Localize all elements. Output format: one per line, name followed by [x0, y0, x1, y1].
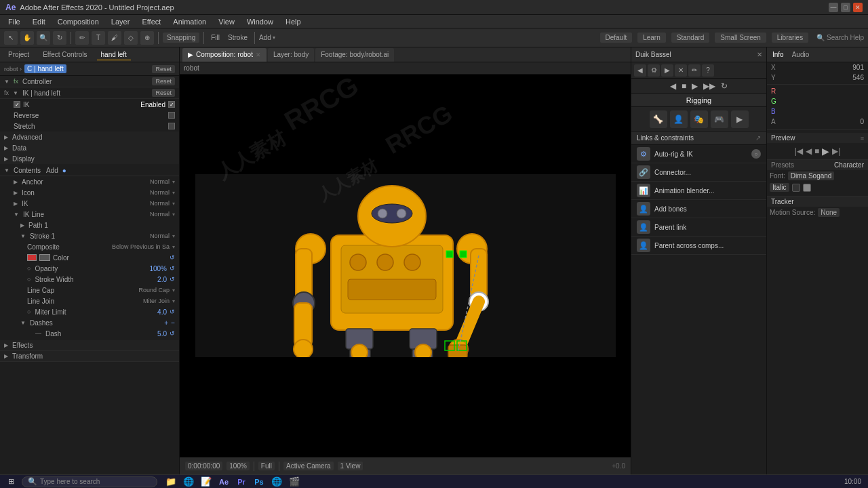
vp-zoom[interactable]: 100%: [226, 462, 250, 470]
composite-mode[interactable]: Below Previous in Sa: [112, 243, 170, 250]
preview-stop-btn[interactable]: ■: [814, 146, 819, 156]
tool-puppet[interactable]: ⊕: [140, 31, 154, 45]
comp-robot-close[interactable]: ✕: [256, 52, 261, 58]
preview-expand[interactable]: ≡: [861, 135, 864, 142]
start-button[interactable]: ⊞: [3, 476, 19, 488]
duik-loop-btn[interactable]: ↻: [721, 81, 728, 91]
duik-play-fwd-btn[interactable]: ▶: [692, 81, 698, 91]
tool-pen[interactable]: ✏: [75, 31, 89, 45]
preview-prev-btn[interactable]: ◀: [806, 146, 812, 156]
duik-animblender-row[interactable]: 📊 Animation blender...: [631, 182, 766, 200]
vp-camera[interactable]: Active Camera: [283, 462, 334, 470]
sw-refresh[interactable]: ↺: [170, 276, 175, 283]
duik-header-controls[interactable]: ✕: [757, 51, 762, 58]
dashes-row[interactable]: ▼ Dashes + −: [0, 317, 179, 328]
menu-composition[interactable]: Composition: [52, 16, 104, 27]
tool-zoom[interactable]: 🔍: [37, 31, 50, 45]
preset-small-screen[interactable]: Small Screen: [715, 33, 766, 43]
ik-checkbox[interactable]: ✓: [14, 101, 20, 108]
menu-help[interactable]: Help: [280, 16, 307, 27]
ik-section[interactable]: fx ▼ IK | hand left Reset: [0, 87, 179, 99]
tool-brush[interactable]: 🖌: [108, 31, 121, 45]
anchor-row[interactable]: ▶ Anchor Normal ▾: [0, 176, 179, 187]
style-value[interactable]: Italic: [770, 183, 789, 192]
duik-connector-row[interactable]: 🔗 Connector...: [631, 163, 766, 182]
duik-close-btn[interactable]: ✕: [675, 64, 687, 77]
duik-back-btn[interactable]: ◀: [634, 64, 646, 77]
color-refresh[interactable]: ↺: [170, 254, 175, 261]
taskbar-app-notepad[interactable]: 📝: [198, 476, 214, 488]
linejoin-value[interactable]: Miter Join: [143, 298, 170, 304]
search-help[interactable]: 🔍 Search Help: [816, 34, 864, 41]
preset-libraries[interactable]: Libraries: [772, 33, 808, 43]
tab-audio[interactable]: Audio: [789, 50, 812, 59]
color-swatch[interactable]: [27, 254, 37, 261]
minimize-button[interactable]: —: [829, 3, 838, 12]
preview-first-btn[interactable]: |◀: [795, 146, 803, 156]
motion-source-value[interactable]: None: [818, 208, 840, 217]
font-value[interactable]: Dima Sogand: [788, 171, 835, 180]
taskbar-app-edge[interactable]: 🌐: [180, 476, 197, 488]
preset-default[interactable]: Default: [600, 33, 633, 43]
vp-view[interactable]: Full: [258, 462, 275, 470]
color-swatch-1[interactable]: [792, 184, 800, 192]
duik-skip-btn[interactable]: ▶▶: [703, 81, 715, 91]
duik-close[interactable]: ✕: [757, 51, 762, 58]
duik-addbones-row[interactable]: 👤 Add bones: [631, 200, 766, 218]
menu-window[interactable]: Window: [241, 16, 279, 27]
preview-next-btn[interactable]: ▶|: [832, 146, 840, 156]
tool-select[interactable]: ↖: [4, 31, 18, 45]
linecap-row[interactable]: Line Cap Round Cap ▾: [0, 285, 179, 296]
preset-learn[interactable]: Learn: [637, 33, 666, 43]
controller-section[interactable]: ▼ fx Controller Reset: [0, 76, 179, 87]
opacity-refresh[interactable]: ↺: [170, 265, 175, 272]
tool-rotate[interactable]: ↻: [53, 31, 66, 45]
dash-refresh[interactable]: ↺: [170, 330, 175, 337]
path1-row[interactable]: ▶ Path 1: [0, 220, 179, 230]
advanced-row[interactable]: ▶ Advanced: [0, 131, 179, 142]
menu-layer[interactable]: Layer: [106, 16, 136, 27]
menu-effect[interactable]: Effect: [136, 16, 166, 27]
win-search-bar[interactable]: 🔍 Type here to search: [22, 476, 157, 487]
taskbar-app-explorer[interactable]: 📁: [163, 476, 179, 488]
taskbar-app-chrome[interactable]: 🌐: [269, 476, 285, 488]
menu-file[interactable]: File: [3, 16, 26, 27]
comp-tab-footage[interactable]: Footage: body/robot.ai: [315, 48, 394, 62]
tab-hand-left[interactable]: hand left: [97, 49, 131, 60]
linecap-value[interactable]: Round Cap: [138, 287, 170, 293]
transform-section[interactable]: ▶ Transform: [0, 351, 179, 362]
duik-video-btn[interactable]: ▶: [661, 64, 673, 77]
linejoin-row[interactable]: Line Join Miter Join ▾: [0, 296, 179, 306]
ml-refresh[interactable]: ↺: [170, 308, 175, 315]
opacity-row[interactable]: ○ Opacity 100% ↺: [0, 263, 179, 274]
taskbar-app-ps[interactable]: Ps: [251, 476, 267, 488]
duik-play-btn[interactable]: ■: [682, 81, 686, 91]
ikline-row[interactable]: ▼ IK Line Normal ▾: [0, 209, 179, 220]
taskbar-app-red[interactable]: 🎬: [286, 476, 302, 488]
data-row[interactable]: ▶ Data: [0, 142, 179, 153]
effects-section[interactable]: ▶ Effects: [0, 340, 179, 351]
ik-enabled-check[interactable]: ✓: [168, 101, 175, 108]
tab-effect-controls[interactable]: Effect Controls: [39, 49, 91, 60]
comp-tab-robot[interactable]: ▶ Composition: robot ✕: [182, 48, 267, 62]
duik-edit-btn[interactable]: ✏: [688, 64, 701, 77]
vp-preview-count[interactable]: 1 View: [338, 462, 363, 470]
dash-row[interactable]: — Dash 5.0 ↺: [0, 328, 179, 339]
contents-section[interactable]: ▼ Contents Add ●: [0, 165, 179, 176]
duik-parentlink-row[interactable]: 👤 Parent link: [631, 218, 766, 237]
viewport[interactable]: RRCG 人人素材 RRCG 人人素材: [180, 75, 631, 457]
duik-prev-btn[interactable]: ◀: [670, 81, 676, 91]
titlebar-controls[interactable]: — □ ✕: [829, 3, 863, 12]
reset-button-ik[interactable]: Reset: [152, 89, 175, 97]
snapping-toggle[interactable]: Snapping: [163, 33, 199, 43]
color-swatch-2-char[interactable]: [803, 184, 811, 192]
tool-eraser[interactable]: ◇: [124, 31, 138, 45]
duik-anim-icon[interactable]: ▶: [731, 110, 749, 128]
preset-standard[interactable]: Standard: [671, 33, 710, 43]
ik-stretch-check[interactable]: [168, 123, 175, 129]
duik-settings-btn[interactable]: ⚙: [648, 64, 660, 77]
duik-autorig-toggle[interactable]: ○: [751, 149, 761, 159]
ik-reverse-check[interactable]: [168, 112, 175, 119]
display-row[interactable]: ▶ Display: [0, 153, 179, 164]
tool-text[interactable]: T: [92, 31, 105, 45]
